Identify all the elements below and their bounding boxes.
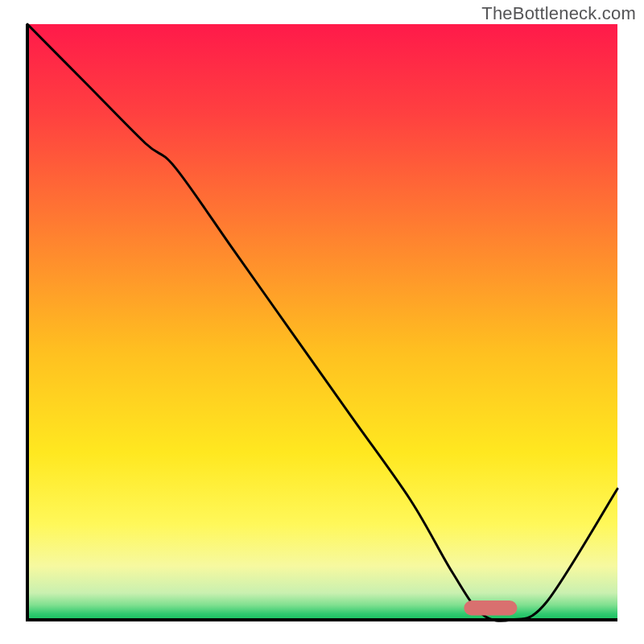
bottleneck-plot (0, 0, 644, 644)
optimal-range-marker (464, 601, 517, 616)
chart-canvas: TheBottleneck.com (0, 0, 644, 644)
